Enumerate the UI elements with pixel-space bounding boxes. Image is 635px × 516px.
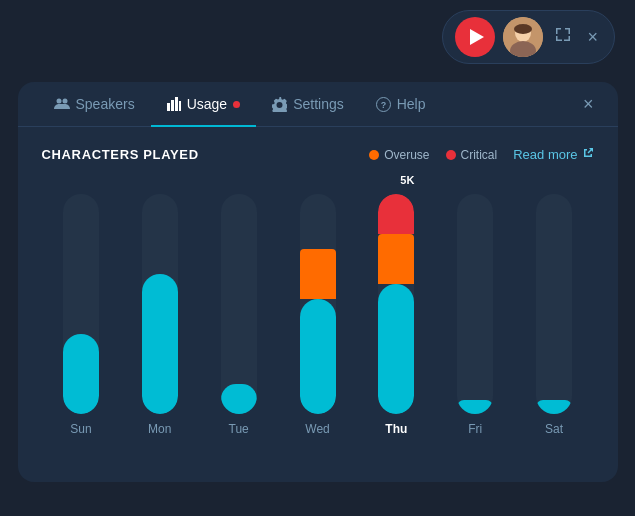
overuse-dot (369, 150, 379, 160)
day-label-wed: Wed (305, 422, 329, 436)
bar-wrapper-sat: 0 (536, 194, 572, 414)
outer-container: × Speakers (0, 0, 635, 516)
bar-group-fri: 0Fri (436, 194, 515, 436)
bar-fill-cyan-sat (536, 400, 572, 414)
svg-point-6 (62, 99, 67, 104)
day-label-fri: Fri (468, 422, 482, 436)
settings-icon (272, 97, 287, 112)
bar-wrapper-sun: 1K (63, 194, 99, 414)
close-panel-icon[interactable]: × (579, 90, 598, 119)
bar-track-wed (300, 194, 336, 414)
bar-track-thu (378, 194, 414, 414)
bar-track-sun (63, 194, 99, 414)
tab-help[interactable]: ? Help (360, 82, 442, 126)
bar-fill-cyan-wed (300, 299, 336, 414)
day-label-sun: Sun (70, 422, 91, 436)
svg-rect-7 (167, 103, 170, 111)
usage-icon (167, 97, 181, 111)
play-button[interactable] (455, 17, 495, 57)
day-label-tue: Tue (229, 422, 249, 436)
bar-group-mon: 2KMon (120, 194, 199, 436)
svg-rect-10 (179, 101, 181, 111)
bar-wrapper-fri: 0 (457, 194, 493, 414)
bar-wrapper-tue: .5K (221, 194, 257, 414)
tab-speakers[interactable]: Speakers (38, 82, 151, 126)
chart-header: CHARACTERS PLAYED Overuse Critical Read … (42, 147, 594, 162)
bar-fill-orange-wed (300, 249, 336, 299)
legend-overuse: Overuse (369, 148, 429, 162)
bar-label-thu: 5K (400, 174, 414, 186)
svg-rect-9 (175, 97, 178, 111)
bar-group-tue: .5KTue (199, 194, 278, 436)
bar-track-mon (142, 194, 178, 414)
chart-area: CHARACTERS PLAYED Overuse Critical Read … (18, 127, 618, 482)
tab-speakers-label: Speakers (76, 96, 135, 112)
svg-point-4 (514, 24, 532, 34)
svg-rect-8 (171, 100, 174, 111)
usage-dot (233, 101, 240, 108)
read-more-label: Read more (513, 147, 577, 162)
bar-group-thu: 5KThu (357, 194, 436, 436)
legend-overuse-label: Overuse (384, 148, 429, 162)
bar-fill-cyan-tue (221, 384, 257, 414)
speakers-icon (54, 96, 70, 112)
bar-wrapper-wed: 3K (300, 194, 336, 414)
svg-text:?: ? (380, 100, 386, 110)
help-icon: ? (376, 97, 391, 112)
legend-critical-label: Critical (461, 148, 498, 162)
read-more-link[interactable]: Read more (513, 147, 593, 162)
chart-title: CHARACTERS PLAYED (42, 147, 370, 162)
bar-wrapper-mon: 2K (142, 194, 178, 414)
day-label-mon: Mon (148, 422, 171, 436)
bar-fill-red-thu (378, 194, 414, 234)
avatar (503, 17, 543, 57)
tab-settings-label: Settings (293, 96, 344, 112)
bar-group-sun: 1KSun (42, 194, 121, 436)
bar-wrapper-thu: 5K (378, 194, 414, 414)
bar-group-wed: 3KWed (278, 194, 357, 436)
external-link-icon (582, 147, 594, 162)
day-label-thu: Thu (385, 422, 407, 436)
tab-usage-label: Usage (187, 96, 227, 112)
close-top-icon[interactable]: × (583, 23, 602, 52)
bar-track-tue (221, 194, 257, 414)
bar-group-sat: 0Sat (515, 194, 594, 436)
bar-fill-cyan-sun (63, 334, 99, 414)
legend: Overuse Critical (369, 148, 497, 162)
bar-track-sat (536, 194, 572, 414)
legend-critical: Critical (446, 148, 498, 162)
bar-fill-cyan-fri (457, 400, 493, 414)
bar-fill-cyan-thu (378, 284, 414, 414)
tabs-bar: Speakers Usage (18, 82, 618, 127)
bar-fill-orange-thu (378, 234, 414, 284)
main-panel: Speakers Usage (18, 82, 618, 482)
svg-point-5 (56, 99, 61, 104)
critical-dot (446, 150, 456, 160)
tab-settings[interactable]: Settings (256, 82, 360, 126)
tab-usage[interactable]: Usage (151, 82, 256, 126)
bar-track-fri (457, 194, 493, 414)
expand-icon[interactable] (551, 23, 575, 51)
bar-fill-cyan-mon (142, 274, 178, 414)
day-label-sat: Sat (545, 422, 563, 436)
bars-container: 1KSun2KMon.5KTue3KWed5KThu0Fri0Sat (42, 186, 594, 466)
top-bar: × (442, 10, 615, 64)
tab-help-label: Help (397, 96, 426, 112)
